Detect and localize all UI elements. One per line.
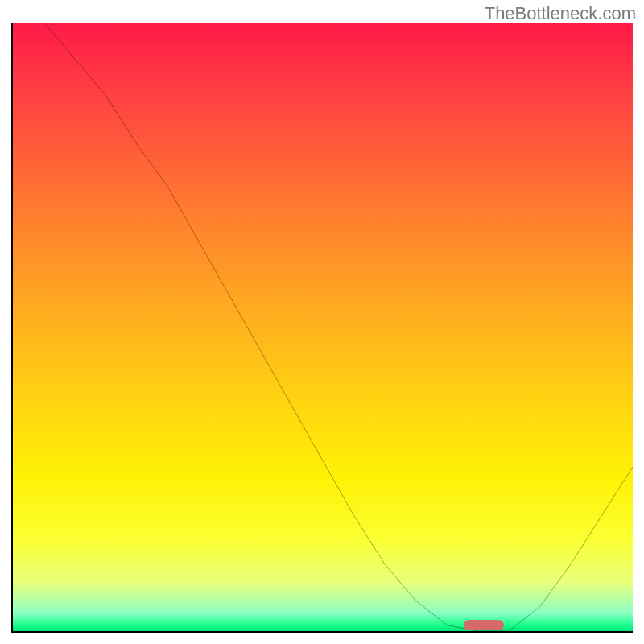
optimal-marker: [464, 620, 504, 631]
watermark-text: TheBottleneck.com: [485, 3, 636, 24]
bottleneck-curve: [44, 23, 634, 631]
plot-area: [11, 23, 633, 633]
curve-svg: [13, 23, 633, 631]
